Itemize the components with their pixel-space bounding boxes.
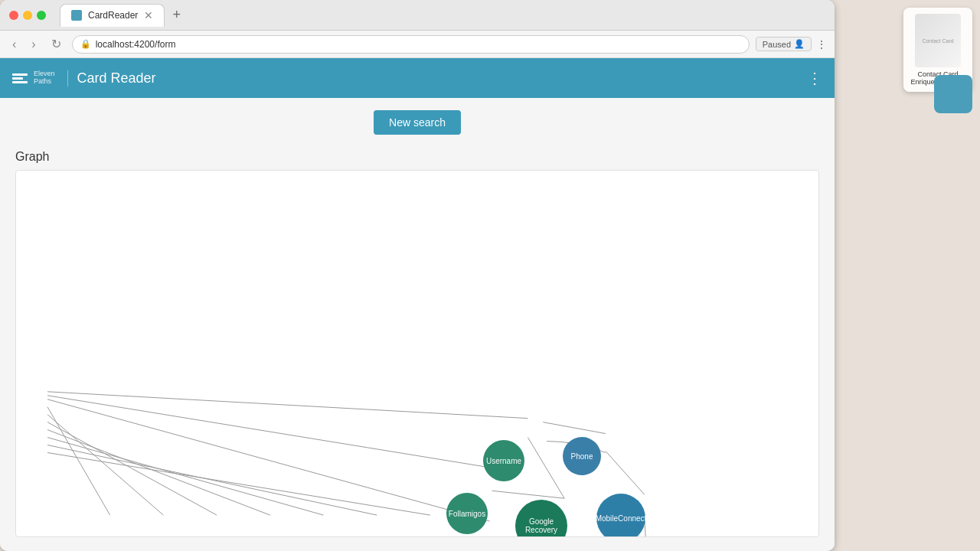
tab-close-icon[interactable]: ✕ [144,9,153,21]
node-username[interactable]: Username [483,440,524,481]
svg-line-13 [606,451,645,494]
tab-favicon [71,10,82,21]
svg-line-10 [492,491,565,498]
tab-bar: CardReader ✕ + [60,4,825,27]
new-tab-button[interactable]: + [168,7,185,23]
node-phone[interactable]: Phone [563,437,601,475]
logo-brand-text: Eleven Paths [34,70,55,86]
address-bar[interactable]: 🔒 localhost:4200/form [72,35,750,54]
toolbar-icons: Paused 👤 ⋮ [756,37,827,51]
graph-section-title: Graph [15,150,819,164]
main-content: New search Graph [0,98,835,549]
app-title: Card Reader [67,70,156,86]
widget-image: Contact Card [915,14,961,67]
logo-bar-2 [12,77,23,80]
app-header: Eleven Paths Card Reader ⋮ [0,58,835,98]
active-tab[interactable]: CardReader ✕ [60,4,165,27]
paused-badge: Paused 👤 [756,37,812,51]
new-search-button[interactable]: New search [374,110,461,135]
reload-button[interactable]: ↻ [47,35,66,53]
svg-line-11 [528,438,564,499]
settings-icon[interactable]: ⋮ [816,38,827,51]
svg-line-4 [47,438,323,516]
eleven-paths-logo-icon [12,73,28,83]
user-icon: 👤 [794,39,805,49]
desktop-square [934,75,972,113]
browser-toolbar: ‹ › ↻ 🔒 localhost:4200/form Paused 👤 ⋮ [0,31,835,58]
graph-container: Service Service Service Service Service … [15,170,819,537]
lock-icon: 🔒 [80,39,91,49]
logo-bar-1 [12,73,28,76]
node-follamigos[interactable]: Follamigos [446,493,488,534]
svg-line-12 [543,422,606,434]
browser-window: CardReader ✕ + ‹ › ↻ 🔒 localhost:4200/fo… [0,0,835,551]
browser-titlebar: CardReader ✕ + [0,0,835,31]
svg-line-7 [47,399,490,521]
svg-line-2 [47,422,217,515]
svg-line-3 [47,430,270,516]
close-button[interactable] [9,11,18,20]
paused-label: Paused [763,40,791,49]
svg-line-8 [47,396,492,468]
traffic-lights [9,11,46,20]
back-button[interactable]: ‹ [8,36,21,53]
url-text: localhost:4200/form [96,39,176,50]
svg-line-5 [47,445,377,516]
forward-button[interactable]: › [27,36,40,53]
minimize-button[interactable] [23,11,32,20]
graph-svg [16,171,818,536]
node-mobile-connect[interactable]: MobileConnect [596,494,645,537]
svg-line-9 [47,392,528,419]
app-logo: Eleven Paths Card Reader [12,70,156,86]
maximize-button[interactable] [37,11,46,20]
logo-bar-3 [12,81,28,83]
app-menu-icon[interactable]: ⋮ [807,69,822,87]
tab-title: CardReader [88,10,138,21]
app-content: Eleven Paths Card Reader ⋮ New search Gr… [0,58,835,551]
